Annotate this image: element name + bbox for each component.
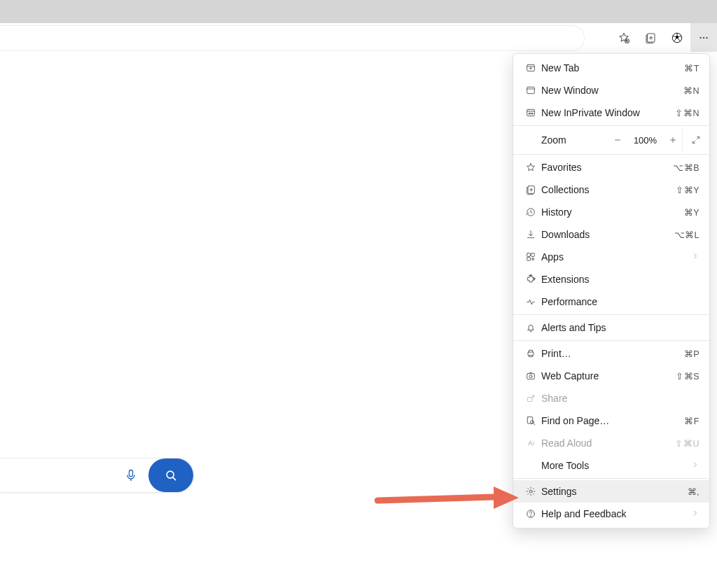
menu-label: Help and Feedback [538,508,691,519]
print-icon [523,348,538,359]
share-icon [523,393,538,404]
menu-item-settings[interactable]: Settings ⌘, [513,480,709,503]
menu-shortcut: ⇧⌘Y [676,185,699,195]
svg-point-22 [529,375,532,378]
menu-separator [513,478,709,479]
address-bar[interactable] [0,25,585,51]
menu-label: New Tab [538,62,684,74]
menu-separator [513,340,709,341]
svg-rect-20 [528,352,534,356]
new-tab-icon [523,62,538,74]
svg-rect-17 [527,258,531,261]
svg-rect-7 [130,470,133,477]
svg-point-4 [699,36,701,38]
microphone-icon [124,468,138,483]
menu-item-downloads[interactable]: Downloads ⌥⌘L [513,223,709,246]
svg-rect-10 [527,87,535,93]
zoom-out-button[interactable] [608,127,627,153]
chevron-right-icon [691,460,699,471]
menu-shortcut: ⌘T [684,63,699,74]
menu-label: Downloads [538,229,674,240]
menu-item-more-tools[interactable]: More Tools [513,454,709,477]
help-icon [523,508,538,519]
profile-button[interactable] [664,23,690,52]
menu-item-new-window[interactable]: New Window ⌘N [513,79,709,102]
menu-item-zoom: Zoom 100% [513,127,709,153]
apps-icon [523,251,538,262]
svg-point-5 [703,36,704,38]
read-aloud-icon [523,438,538,449]
menu-shortcut: ⌘P [684,349,699,359]
menu-item-extensions[interactable]: Extensions [513,268,709,290]
collections-icon [523,184,538,195]
history-icon [523,206,538,218]
menu-shortcut: ⌘F [684,416,699,426]
voice-search-button[interactable] [113,458,148,492]
menu-item-collections[interactable]: Collections ⇧⌘Y [513,178,709,201]
menu-label: Alerts and Tips [538,322,699,333]
extensions-icon [523,274,538,285]
inprivate-icon [523,107,538,118]
menu-shortcut: ⇧⌘U [675,438,699,449]
menu-separator [513,125,709,126]
bell-icon [523,322,538,333]
downloads-icon [523,229,538,240]
svg-rect-11 [527,109,535,115]
minus-icon [613,135,622,145]
search-icon [164,468,178,482]
menu-item-performance[interactable]: Performance [513,290,709,313]
menu-shortcut: ⇧⌘N [675,108,699,118]
find-on-page-icon [523,415,538,426]
menu-item-web-capture[interactable]: Web Capture ⇧⌘S [513,365,709,387]
menu-shortcut: ⌘N [683,85,699,96]
menu-label: History [538,206,684,218]
menu-label: Share [538,393,699,404]
menu-label: New Window [538,85,683,96]
browser-toolbar [0,23,717,52]
svg-point-8 [167,471,174,478]
menu-item-help[interactable]: Help and Feedback [513,503,709,525]
new-tab-search-bar[interactable] [0,458,194,493]
menu-label: Collections [538,184,676,195]
collections-button[interactable] [637,23,664,52]
settings-and-more-menu: New Tab ⌘T New Window ⌘N New InPrivate W… [513,53,710,528]
collections-icon [644,31,657,44]
menu-label: More Tools [538,460,691,471]
svg-point-26 [529,490,532,493]
menu-item-new-tab[interactable]: New Tab ⌘T [513,57,709,79]
performance-icon [523,296,538,307]
menu-item-find[interactable]: Find on Page… ⌘F [513,410,709,432]
new-window-icon [523,85,538,96]
menu-item-favorites[interactable]: Favorites ⌥⌘B [513,156,709,178]
menu-label: Settings [538,486,688,497]
menu-shortcut: ⌘Y [684,207,699,218]
menu-label: Performance [538,296,699,307]
fullscreen-button[interactable] [682,127,709,153]
add-favorite-button[interactable] [611,23,637,52]
menu-label: Extensions [538,274,699,285]
window-titlebar [0,0,717,24]
menu-label: New InPrivate Window [538,107,675,118]
menu-shortcut: ⌥⌘B [673,162,699,173]
zoom-label: Zoom [523,134,608,146]
menu-label: Print… [538,348,684,359]
menu-item-new-inprivate[interactable]: New InPrivate Window ⇧⌘N [513,102,709,124]
chevron-right-icon [691,251,699,262]
search-button[interactable] [148,458,193,492]
svg-rect-21 [527,374,535,379]
menu-separator [513,154,709,155]
menu-item-share: Share [513,387,709,410]
settings-icon [523,486,538,497]
plus-icon [668,135,678,145]
add-favorite-icon [618,31,630,44]
zoom-in-button[interactable] [664,127,683,153]
profile-soccer-icon [671,31,683,44]
menu-item-apps[interactable]: Apps [513,246,709,268]
menu-item-alerts[interactable]: Alerts and Tips [513,316,709,339]
menu-item-print[interactable]: Print… ⌘P [513,342,709,365]
web-capture-icon [523,370,538,382]
menu-item-history[interactable]: History ⌘Y [513,201,709,223]
menu-shortcut: ⌘, [688,486,699,497]
menu-separator [513,314,709,315]
more-button[interactable] [690,23,717,52]
